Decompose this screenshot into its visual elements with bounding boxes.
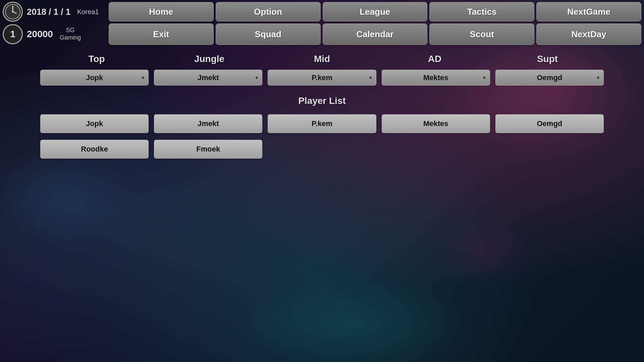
position-mid-label: Mid xyxy=(266,54,378,64)
exit-button[interactable]: Exit xyxy=(109,23,214,45)
tactics-button[interactable]: Tactics xyxy=(429,2,534,21)
nextgame-button[interactable]: NextGame xyxy=(536,2,641,21)
league-button[interactable]: League xyxy=(323,2,428,21)
player-grid-row1: Jopk Jmekt P.kem Mektes Oemgd xyxy=(40,114,604,133)
player-list-title: Player List xyxy=(40,96,604,106)
player-button-roodke[interactable]: Roodke xyxy=(40,140,149,159)
position-ad-label: AD xyxy=(378,54,491,64)
top-select-wrapper[interactable]: Jopk xyxy=(40,70,149,85)
player-button-jmekt[interactable]: Jmekt xyxy=(154,114,262,133)
position-top-label: Top xyxy=(40,54,153,64)
player-button-mektes[interactable]: Mektes xyxy=(382,114,490,133)
rank-badge: 1 xyxy=(3,24,23,44)
clock-icon xyxy=(3,2,23,22)
svg-point-3 xyxy=(12,11,13,12)
jungle-select[interactable]: Jmekt xyxy=(154,70,262,85)
supt-select-wrapper[interactable]: Oemgd xyxy=(495,70,604,85)
top-select[interactable]: Jopk xyxy=(40,70,149,85)
option-button[interactable]: Option xyxy=(216,2,321,21)
ad-select-wrapper[interactable]: Mektes xyxy=(382,70,490,85)
calendar-button[interactable]: Calendar xyxy=(323,23,428,45)
position-supt-label: Supt xyxy=(491,54,604,64)
supt-select[interactable]: Oemgd xyxy=(495,70,604,85)
player-button-fmoek[interactable]: Fmoek xyxy=(154,140,262,159)
squad-button[interactable]: Squad xyxy=(216,23,321,45)
team-name: SG Gaming xyxy=(60,27,81,41)
player-slot-empty-3 xyxy=(268,140,376,159)
mid-select-wrapper[interactable]: P.kem xyxy=(268,70,376,85)
home-button[interactable]: Home xyxy=(109,2,214,21)
scout-button[interactable]: Scout xyxy=(429,23,534,45)
player-slot-empty-5 xyxy=(495,140,604,159)
position-jungle-label: Jungle xyxy=(153,54,266,64)
player-grid-row2: Roodke Fmoek xyxy=(40,140,604,159)
ad-select[interactable]: Mektes xyxy=(382,70,490,85)
balance-display: 20000 xyxy=(27,29,53,40)
date-display: 2018 / 1 / 1 xyxy=(27,7,70,17)
player-button-jopk[interactable]: Jopk xyxy=(40,114,149,133)
player-button-oemgd[interactable]: Oemgd xyxy=(495,114,604,133)
player-button-pkem[interactable]: P.kem xyxy=(268,114,376,133)
mid-select[interactable]: P.kem xyxy=(268,70,376,85)
nextday-button[interactable]: NextDay xyxy=(536,23,641,45)
region-display: Korea1 xyxy=(77,8,99,16)
jungle-select-wrapper[interactable]: Jmekt xyxy=(154,70,262,85)
player-slot-empty-4 xyxy=(382,140,490,159)
